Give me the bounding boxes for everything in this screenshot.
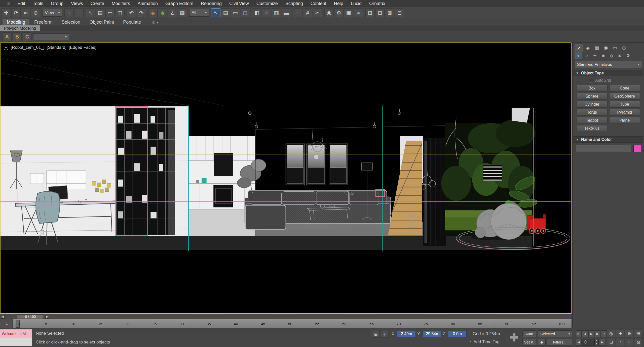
object-name-field[interactable] [576, 145, 631, 152]
selection-lock-icon[interactable]: ▣ [372, 331, 380, 338]
layout-full-icon[interactable]: ⊠ [385, 8, 394, 17]
primitive-pyramid[interactable]: Pyramid [609, 109, 640, 116]
menu-lucid[interactable]: Lucid [347, 0, 365, 7]
object-type-rollout-header[interactable]: ▼ Object Type [574, 70, 643, 76]
hair-tool-icon[interactable]: ✂ [313, 8, 322, 17]
render-setup-icon[interactable]: ⚙ [334, 8, 344, 17]
play-animation-icon[interactable]: ▶ [588, 330, 594, 337]
track-bar[interactable]: ∿ 05101520253035404550556065707580859095… [0, 319, 572, 328]
go-to-end-icon[interactable]: ⇥ [601, 330, 607, 337]
app-menu-icon[interactable]: ≡ [4, 1, 14, 7]
select-and-move-icon[interactable]: ✚ [2, 8, 11, 17]
select-object-icon-active[interactable]: ↖ [211, 8, 220, 17]
primitive-plane[interactable]: Plane [609, 117, 640, 124]
viewport-pov-menu[interactable]: [Robot_cam_01_] [11, 45, 44, 50]
key-mode-dropdown[interactable]: Selected ▾ [538, 330, 572, 337]
go-to-start-icon[interactable]: ⇤ [576, 330, 582, 337]
select-and-link-icon[interactable]: ∞ [21, 8, 30, 17]
zoom-icon[interactable]: ⊕ [625, 330, 633, 337]
menu-content[interactable]: Content [307, 0, 330, 7]
motion-tab[interactable]: ◉ [602, 44, 610, 52]
next-key-icon[interactable]: ▶ [599, 339, 605, 345]
primitive-tube[interactable]: Tube [609, 101, 640, 108]
previous-key-icon[interactable]: ◀ [576, 339, 582, 345]
primitive-geosphere[interactable]: GeoSphere [609, 93, 640, 100]
z-coordinate-field[interactable]: 0.0m [448, 331, 467, 337]
hierarchy-tab[interactable]: ▦ [593, 44, 601, 52]
primitive-torus[interactable]: Torus [577, 109, 608, 116]
absolute-mode-icon[interactable]: ✛ [381, 331, 389, 338]
curve-editor-icon[interactable]: ~ [293, 8, 302, 17]
key-icon[interactable]: ◆ [538, 339, 546, 345]
y-coordinate-field[interactable]: -29.54m [423, 331, 441, 337]
menu-rendering[interactable]: Rendering [197, 0, 225, 7]
selection-filter-dropdown[interactable]: All▾ [189, 9, 209, 17]
ribbon-toggle-icon[interactable]: ▬ [282, 8, 291, 17]
undo-icon[interactable]: ↶ [127, 8, 136, 17]
viewport[interactable]: [+] [Robot_cam_01_] [Standard] [Edged Fa… [0, 42, 572, 314]
layout-split-icon[interactable]: ⊟ [375, 8, 385, 17]
spinner-up-icon[interactable]: ▲ [594, 339, 598, 342]
menu-scripting[interactable]: Scripting [282, 0, 307, 7]
primitive-sphere[interactable]: Sphere [577, 93, 608, 100]
primitive-textplus[interactable]: TextPlus [577, 125, 608, 132]
zoom-all-icon[interactable]: ⊞ [634, 330, 642, 337]
systems-subtab[interactable]: ⚙ [624, 52, 632, 59]
tab-populate[interactable]: Populate [119, 19, 145, 25]
helpers-subtab[interactable]: ◇ [608, 52, 615, 59]
viewport-shading-quality-menu[interactable]: [Standard] [47, 45, 66, 50]
object-color-swatch[interactable] [633, 145, 641, 152]
menu-customize[interactable]: Customize [253, 0, 282, 7]
listener-input[interactable] [0, 338, 32, 346]
menu-civil-view[interactable]: Civil View [225, 0, 253, 7]
menu-create[interactable]: Create [87, 0, 108, 7]
layer-explorer-icon[interactable]: ▥ [272, 8, 281, 17]
time-slider-handle[interactable]: 0 / 100 [17, 314, 44, 319]
menu-graph-editors[interactable]: Graph Editors [162, 0, 197, 7]
isolate-selection-icon[interactable]: ◎ [607, 330, 615, 337]
menu-animation[interactable]: Animation [134, 0, 162, 7]
set-key-button[interactable]: Set K. [522, 339, 536, 345]
schematic-view-icon[interactable]: # [303, 8, 312, 17]
window-crossing-icon[interactable]: ◫ [115, 8, 125, 17]
tab-freeform[interactable]: Freeform [30, 19, 57, 25]
frame-spinner[interactable]: ▲▼ [594, 339, 598, 345]
ribbon-config-button[interactable]: ◫ ▾ [150, 19, 160, 25]
create-tab[interactable]: ↗ [575, 44, 583, 52]
render-production-icon[interactable]: ● [354, 8, 363, 17]
use-selection-center-icon[interactable]: ↓ [74, 8, 84, 17]
viewport-general-menu[interactable]: [+] [4, 45, 8, 50]
listener-output[interactable]: Welcome to M [0, 329, 32, 338]
time-slider[interactable]: ◀ 0 / 100 ▶ [0, 314, 572, 319]
auto-key-button[interactable]: Auto [522, 330, 536, 337]
spinner-down-icon[interactable]: ▼ [594, 342, 598, 345]
spreadsheet-icon[interactable]: ▦ [178, 8, 187, 17]
secondary-dropdown[interactable]: ▾ [33, 33, 69, 40]
display-tab[interactable]: ▭ [611, 44, 619, 52]
align-icon[interactable]: ≡ [262, 8, 271, 17]
shapes-subtab[interactable]: ○ [583, 52, 590, 59]
lights-subtab[interactable]: ☀ [591, 52, 599, 59]
rectangular-region-icon[interactable]: ▭ [231, 8, 240, 17]
tab-object-paint[interactable]: Object Paint [85, 19, 118, 25]
primitive-cylinder[interactable]: Cylinder [577, 101, 608, 108]
snaps-toggle-icon[interactable]: ◈ [148, 8, 158, 17]
scene-script-a-icon[interactable]: A [3, 32, 12, 41]
menu-edit[interactable]: Edit [14, 0, 29, 7]
menu-modifiers[interactable]: Modifiers [108, 0, 134, 7]
polygon-modeling-panel[interactable]: Polygon Modeling [0, 25, 40, 31]
previous-frame-icon[interactable]: ◀ [582, 330, 588, 337]
add-time-tag[interactable]: ◔ Add Time Tag [469, 339, 500, 344]
modify-tab[interactable]: ◈ [584, 44, 592, 52]
mini-curve-editor-icon[interactable]: ∿ [0, 319, 13, 328]
rectangular-selection-icon[interactable]: ▭ [105, 8, 115, 17]
geometry-subtab[interactable]: ● [575, 52, 582, 59]
x-coordinate-field[interactable]: 2.49m [397, 331, 416, 337]
key-filters-button[interactable]: Filters... [547, 339, 572, 345]
menu-tools[interactable]: Tools [29, 0, 47, 7]
name-color-rollout-header[interactable]: ▼ Name and Color [574, 136, 643, 143]
material-editor-icon[interactable]: ◉ [324, 8, 334, 17]
rendered-frame-icon[interactable]: ▣ [344, 8, 353, 17]
redo-icon[interactable]: ↷ [137, 8, 146, 17]
viewport-scene[interactable] [1, 43, 571, 313]
